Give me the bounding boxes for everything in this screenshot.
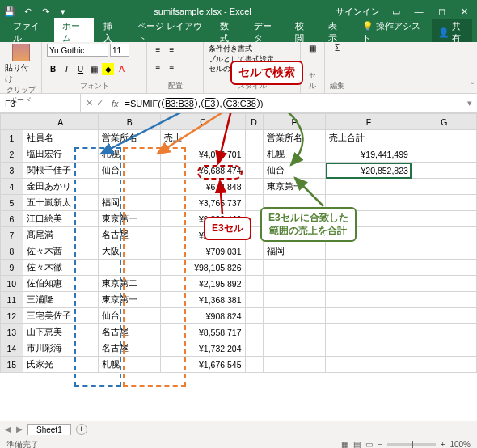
row-header[interactable]: 10 [1, 276, 23, 292]
row-header[interactable]: 6 [1, 211, 23, 227]
cell[interactable]: ¥2,195,892 [161, 276, 245, 292]
col-header-D[interactable]: D [245, 114, 263, 130]
cell[interactable] [245, 146, 263, 163]
cell[interactable]: ¥20,852,823 [326, 163, 412, 179]
row-header[interactable]: 15 [1, 357, 23, 373]
cell[interactable] [245, 211, 263, 227]
cancel-formula-icon[interactable]: ✕ [86, 98, 93, 108]
cell[interactable] [412, 276, 476, 292]
cell[interactable]: ¥4,075,701 [161, 146, 245, 163]
enter-formula-icon[interactable]: ✓ [96, 98, 103, 108]
cell[interactable] [412, 130, 476, 146]
underline-button[interactable]: U [74, 63, 87, 75]
cell[interactable]: 山下恵美 [23, 324, 98, 340]
redo-icon[interactable]: ↷ [39, 5, 52, 18]
cell[interactable]: 東京第一 [99, 292, 161, 308]
view-break-icon[interactable]: ▭ [365, 440, 373, 448]
cell[interactable] [263, 340, 325, 357]
cell[interactable] [326, 260, 412, 276]
cell[interactable] [326, 211, 412, 227]
cell[interactable] [326, 227, 412, 243]
cell[interactable] [245, 292, 263, 308]
cell[interactable] [245, 260, 263, 276]
cell[interactable] [412, 227, 476, 243]
cell[interactable] [263, 292, 325, 308]
cell[interactable] [412, 179, 476, 195]
cell[interactable] [412, 211, 476, 227]
sheet-nav-prev-icon[interactable]: ◀ [5, 425, 11, 433]
cell[interactable] [326, 340, 412, 357]
col-header-A[interactable]: A [23, 114, 98, 130]
cell-styles-button[interactable]: セルのスタイル [209, 64, 295, 74]
cell[interactable]: 金田あかり [23, 179, 98, 195]
align-mid-icon[interactable]: ≡ [166, 44, 178, 56]
format-table-button[interactable]: ブルとして書式設定 [209, 54, 295, 65]
cell[interactable]: ¥3,765,737 [161, 195, 245, 211]
cell[interactable]: 三浦隆 [23, 292, 98, 308]
view-page-icon[interactable]: ▤ [353, 440, 361, 448]
formula-input[interactable]: =SUMIF(B3:B38,E3,C3:C38) [122, 98, 462, 109]
cell[interactable]: ¥908,824 [161, 308, 245, 324]
cell[interactable] [263, 195, 325, 211]
cell[interactable] [263, 308, 325, 324]
cell[interactable]: 札幌 [99, 146, 161, 163]
undo-icon[interactable]: ↶ [21, 5, 34, 18]
row-header[interactable]: 4 [1, 179, 23, 195]
cell[interactable] [326, 324, 412, 340]
zoom-out-icon[interactable]: − [378, 440, 382, 448]
align-center-icon[interactable]: ≡ [166, 62, 178, 74]
cell[interactable]: 営業所名 [99, 130, 161, 146]
row-header[interactable]: 1 [1, 130, 23, 146]
cell[interactable]: 福岡 [263, 243, 325, 260]
view-normal-icon[interactable]: ▦ [341, 440, 348, 448]
cell[interactable]: 大阪 [99, 243, 161, 260]
cell[interactable]: ¥6,688,474 [161, 163, 245, 179]
cell[interactable] [263, 357, 325, 373]
zoom-slider[interactable] [387, 443, 436, 446]
cell[interactable] [99, 179, 161, 195]
cell[interactable]: ¥1,676,545 [161, 357, 245, 373]
cell[interactable]: ¥8,558,717 [161, 324, 245, 340]
cells-button[interactable]: ▦ [306, 44, 319, 53]
cell[interactable]: 名古屋 [99, 340, 161, 357]
cell[interactable] [326, 308, 412, 324]
maximize-icon[interactable]: ◻ [432, 3, 451, 19]
paste-button[interactable]: 貼り付け [5, 44, 36, 85]
row-header[interactable]: 11 [1, 292, 23, 308]
fx-icon[interactable]: fx [108, 99, 122, 108]
cell[interactable] [263, 276, 325, 292]
align-left-icon[interactable]: ≡ [152, 62, 164, 74]
cell[interactable]: 名古屋 [99, 324, 161, 340]
cell[interactable]: ¥98,105,826 [161, 260, 245, 276]
cell[interactable] [412, 324, 476, 340]
cell[interactable] [412, 340, 476, 357]
col-header-G[interactable]: G [412, 114, 476, 130]
cell[interactable] [326, 195, 412, 211]
expand-formula-icon[interactable]: ▾ [462, 98, 477, 108]
cell[interactable]: 仙台 [99, 163, 161, 179]
cell[interactable]: 札幌 [263, 146, 325, 163]
cell[interactable]: 名古屋 [99, 227, 161, 243]
cell[interactable] [412, 357, 476, 373]
cell[interactable] [245, 276, 263, 292]
editing-button[interactable]: Σ [330, 44, 344, 53]
cell[interactable]: 塩田宏行 [23, 146, 98, 163]
cell[interactable] [99, 260, 161, 276]
cell[interactable]: 五十嵐新太 [23, 195, 98, 211]
cell[interactable] [263, 260, 325, 276]
cell[interactable] [245, 357, 263, 373]
row-header[interactable]: 3 [1, 163, 23, 179]
border-button[interactable]: ▦ [88, 63, 100, 75]
col-header-B[interactable]: B [99, 114, 161, 130]
cell[interactable] [326, 292, 412, 308]
cell[interactable] [263, 211, 325, 227]
row-header[interactable]: 2 [1, 146, 23, 163]
collapse-ribbon-icon[interactable]: ˇ [471, 82, 474, 91]
row-header[interactable]: 9 [1, 260, 23, 276]
cell[interactable]: 仙台 [263, 163, 325, 179]
cell[interactable] [245, 340, 263, 357]
add-sheet-button[interactable]: + [76, 424, 87, 435]
cell[interactable]: 営業所名 [263, 130, 325, 146]
cell[interactable]: 関根千佳子 [23, 163, 98, 179]
cell[interactable]: 東京第一 [263, 179, 325, 195]
